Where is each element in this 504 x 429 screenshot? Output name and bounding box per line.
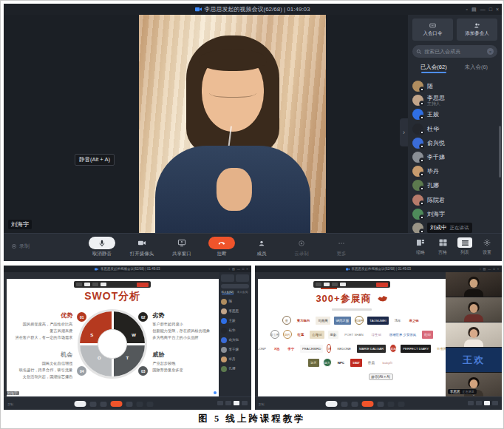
member-row[interactable]: 刘海宇 [412,207,497,221]
member-row[interactable]: 刘成中正在讲话 [412,221,497,233]
slide-title: 300+参展商 [316,293,371,304]
member-row[interactable]: 孔娜 [412,178,497,192]
add-participant-button[interactable]: 添加参会人 [457,18,497,41]
meeting-code-button[interactable]: 入会口令 [412,18,453,41]
search-input[interactable] [424,49,485,54]
grid-icon[interactable]: ▤ [232,268,235,271]
layout-icon[interactable]: ▫ [229,268,230,271]
chevron-down-icon[interactable]: ⌄ [471,391,475,396]
participant-video[interactable] [446,322,502,347]
toolbar-phone-button[interactable] [361,401,373,407]
minimize-icon[interactable]: — [237,268,240,271]
tab-joined[interactable]: 已入会(62) [412,64,455,71]
logo-row: CONPX迅李宁PEACEBIRD谜KEDONEMARIE DALGAR柔她PE… [262,344,442,353]
meeting-code-button[interactable] [221,274,234,282]
member-row[interactable]: 杜华 [412,122,497,136]
close-icon[interactable]: × [496,7,499,12]
presenter-tool[interactable] [340,283,346,286]
scrollbar[interactable] [499,126,501,178]
member-row[interactable]: 孔娜 [221,364,249,374]
panel-collapse-handle[interactable]: › [400,118,408,146]
member-row[interactable]: 李千娣 [412,150,497,164]
layout-icon[interactable]: ▫ [466,7,468,12]
minimize-icon[interactable]: — [488,268,491,271]
add-participant-button[interactable] [236,274,249,282]
search-box[interactable]: × [412,45,497,58]
toolbar-layout-list-button[interactable] [234,401,239,405]
toolbar-settings-button[interactable] [242,401,248,405]
toolbar-record-button[interactable] [137,402,143,407]
member-row[interactable]: 王姣 [412,107,497,121]
member-row[interactable]: 随 [412,79,497,93]
tab-joined[interactable]: 已入会(62) [222,291,234,294]
layout-icon[interactable]: ▫ [480,268,480,271]
stop-share-button[interactable] [137,283,149,287]
toolbar-layout-thumb-button[interactable] [217,401,223,405]
toolbar-person-button[interactable] [126,402,133,407]
toolbar-layout-thumb-button[interactable] [468,401,474,405]
member-row[interactable]: 俞兴悦 [221,335,249,345]
toolbar-person-button[interactable] [377,402,384,407]
logo-row: 壹東方既白司南阁谜尚汉服稻城辈TAOSUMEI浅年唐之镜 [262,316,442,325]
toolbar-layout-grid-button[interactable] [476,401,482,405]
toolbar-layout-grid-button[interactable]: 宫格 [434,237,452,256]
toolbar-screen-button[interactable] [351,402,358,407]
participant-video[interactable] [446,272,502,297]
toolbar-more-button[interactable] [147,402,154,407]
toolbar-camera-button[interactable]: 打开摄像头 [126,237,158,257]
presenter-tool[interactable] [76,283,82,286]
presenter-tool[interactable] [84,283,90,286]
member-row[interactable]: 毕丹 [412,164,497,178]
toolbar-layout-list-button[interactable] [484,401,490,405]
member-row[interactable]: 李思思主持人 [412,93,497,107]
toolbar-settings-button[interactable] [492,401,498,405]
clear-icon[interactable]: × [487,48,494,55]
member-row[interactable]: 随 [221,297,249,306]
presenter-tool[interactable] [332,283,338,286]
tab-not-joined[interactable]: 未入会(6) [455,64,498,71]
close-icon[interactable]: × [497,268,499,271]
toolbar-camera-button[interactable] [341,402,347,407]
toolbar-mic-button[interactable]: 取消静音 [86,237,118,257]
participant-video[interactable]: 王欢 [446,348,502,372]
member-row[interactable]: 李千娣 [221,345,249,354]
search-box[interactable] [221,284,249,288]
slide-subtitle-bar [332,308,372,311]
member-row[interactable]: 毕丹 [221,354,249,364]
grid-icon[interactable]: ▤ [483,268,486,271]
close-icon[interactable]: × [246,268,248,271]
maximize-icon[interactable]: □ [242,268,244,271]
member-row[interactable]: 俞兴悦 [412,136,497,150]
toolbar-mic-button[interactable] [75,401,86,407]
presenter-tool[interactable] [92,283,98,286]
toolbar-screen-button[interactable] [101,402,107,407]
toolbar-layout-grid-button[interactable] [225,401,231,405]
toolbar-phone-button[interactable]: 挂断 [205,237,238,257]
toolbar-settings-button[interactable]: 设置 [478,237,496,256]
maximize-icon[interactable]: □ [489,7,492,12]
presenter-tool[interactable] [324,283,330,286]
toolbar-more-button[interactable]: 更多 [325,237,358,257]
toolbar-layout-thumb-button[interactable]: 缩略 [412,237,429,256]
toolbar-record-button[interactable]: 云录制 [285,237,318,257]
member-row[interactable]: 杜华 [221,325,249,335]
toolbar-phone-button[interactable] [111,401,123,407]
toolbar-more-button[interactable] [398,402,404,407]
presenter-tool[interactable] [101,283,106,286]
member-row[interactable]: 李思思 [221,306,249,316]
minimize-icon[interactable]: — [480,7,486,12]
toolbar-person-button[interactable]: 成员 [245,237,278,257]
tab-not-joined[interactable]: 未入会(6) [237,291,248,294]
grid-icon[interactable]: ▤ [471,7,477,12]
presenter-tool[interactable] [316,283,321,286]
member-row[interactable]: 王姣 [221,316,249,325]
member-row[interactable]: 陈院君 [412,193,497,207]
participant-video[interactable] [446,297,502,322]
toolbar-layout-list-button[interactable]: 列表 [456,237,474,256]
maximize-icon[interactable]: □ [493,268,494,271]
toolbar-screen-button[interactable]: 共享窗口 [166,237,198,257]
toolbar-camera-button[interactable] [90,402,97,407]
stop-share-button[interactable] [376,283,388,287]
toolbar-record-button[interactable] [387,402,394,407]
toolbar-mic-button[interactable] [325,401,337,407]
